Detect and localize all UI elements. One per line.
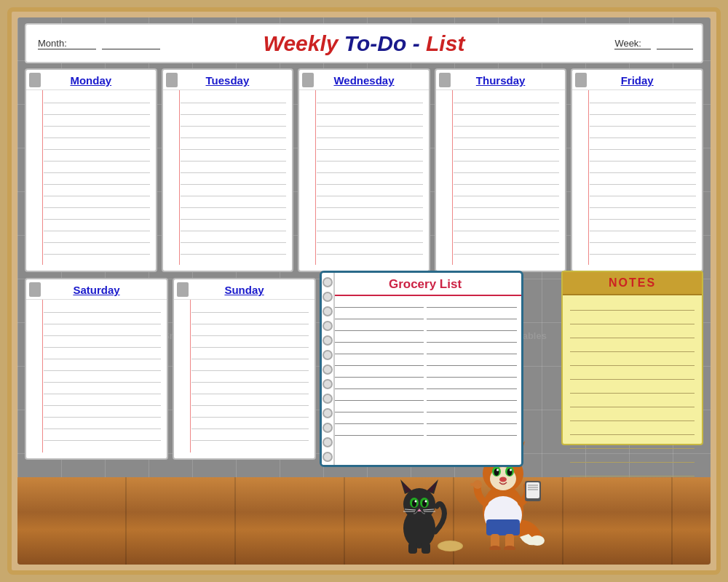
header-bar: Month: Weekly To-Do - List Week: xyxy=(25,23,703,63)
top-days-row: Monday Tuesday xyxy=(25,68,703,272)
grocery-col-left xyxy=(333,299,424,456)
notes-title: NOTES xyxy=(563,272,702,295)
panel-tab xyxy=(575,73,587,87)
svg-rect-21 xyxy=(486,519,520,535)
svg-point-36 xyxy=(496,469,499,471)
tuesday-panel: Tuesday xyxy=(162,68,294,272)
monday-panel: Monday xyxy=(25,68,157,272)
panel-tab xyxy=(29,282,41,297)
month-field: Month: xyxy=(35,38,160,49)
tuesday-lines[interactable] xyxy=(163,90,293,265)
tuesday-label: Tuesday xyxy=(163,70,293,90)
thursday-lines[interactable] xyxy=(436,90,566,265)
outer-frame: SnazzyPrintables SnazzyPrintables Snazzy… xyxy=(7,7,721,575)
wednesday-label: Wednesday xyxy=(299,70,429,90)
svg-rect-18 xyxy=(422,543,430,554)
panel-tab xyxy=(177,282,189,297)
sunday-lines[interactable] xyxy=(174,300,314,453)
saturday-label: Saturday xyxy=(26,279,167,300)
svg-point-10 xyxy=(415,501,417,503)
sunday-panel: Sunday xyxy=(173,278,316,460)
wednesday-panel: Wednesday xyxy=(298,68,430,272)
panel-tab xyxy=(439,73,451,87)
svg-rect-17 xyxy=(408,543,417,554)
saturday-lines[interactable] xyxy=(26,300,167,453)
sunday-label: Sunday xyxy=(174,279,314,300)
notes-panel: NOTES xyxy=(561,271,703,445)
bottom-days-row: Saturday Sunday xyxy=(25,278,316,460)
cat-character xyxy=(390,474,448,554)
friday-lines[interactable] xyxy=(572,90,702,265)
grocery-content[interactable] xyxy=(322,296,521,459)
wednesday-lines[interactable] xyxy=(299,90,429,265)
svg-point-37 xyxy=(510,469,512,471)
inner-container: SnazzyPrintables SnazzyPrintables Snazzy… xyxy=(17,17,711,565)
thursday-label: Thursday xyxy=(436,70,566,90)
month-underline[interactable] xyxy=(102,38,160,49)
notes-content[interactable] xyxy=(563,295,702,484)
panel-tab xyxy=(166,73,178,87)
page-title: Weekly To-Do - List xyxy=(264,31,465,56)
panel-tab xyxy=(29,73,41,87)
panel-tab xyxy=(302,73,314,87)
week-underline[interactable] xyxy=(657,38,693,49)
thursday-panel: Thursday xyxy=(435,68,567,272)
week-field: Week: xyxy=(612,38,693,49)
svg-point-1 xyxy=(403,488,435,520)
grocery-col-right xyxy=(427,299,517,456)
grocery-title: Grocery List xyxy=(322,273,521,296)
monday-lines[interactable] xyxy=(26,90,156,265)
svg-point-46 xyxy=(530,535,545,546)
svg-point-38 xyxy=(499,477,507,482)
friday-panel: Friday xyxy=(571,68,703,272)
notebook-binding xyxy=(322,273,335,465)
svg-rect-40 xyxy=(526,482,539,498)
grocery-panel: Grocery List xyxy=(320,271,523,467)
monday-label: Monday xyxy=(26,70,156,90)
friday-label: Friday xyxy=(572,70,702,90)
svg-rect-45 xyxy=(470,483,480,486)
saturday-panel: Saturday xyxy=(25,278,168,460)
svg-point-11 xyxy=(425,501,427,503)
